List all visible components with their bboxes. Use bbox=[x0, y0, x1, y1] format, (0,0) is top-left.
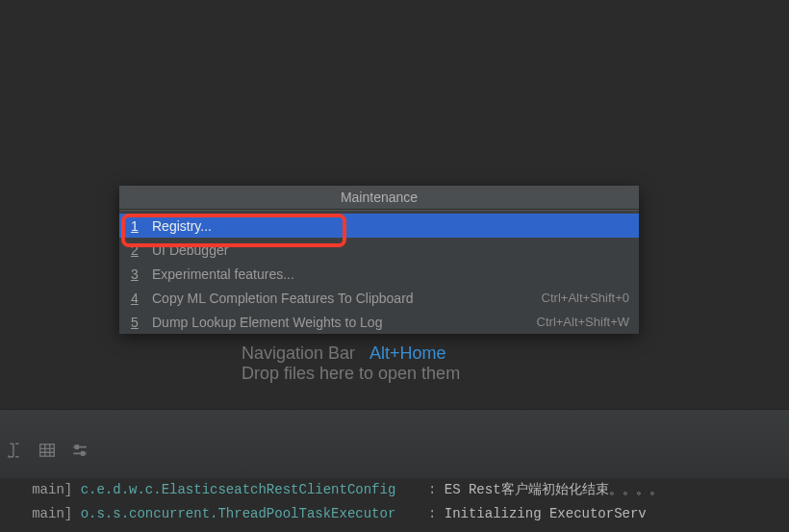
svg-rect-2 bbox=[82, 452, 85, 455]
menu-item-label: Dump Lookup Element Weights to Log bbox=[152, 315, 537, 330]
table-icon[interactable] bbox=[38, 442, 56, 459]
menu-item-shortcut: Ctrl+Alt+Shift+0 bbox=[542, 291, 629, 305]
log-thread: main] bbox=[32, 482, 72, 497]
bottom-toolbar bbox=[0, 409, 789, 478]
menu-item-label: UI Debugger bbox=[152, 242, 629, 258]
menu-item-label: Experimental features... bbox=[152, 266, 629, 282]
log-sep: : bbox=[428, 506, 436, 521]
maintenance-popup: Maintenance 1 Registry... 2 UI Debugger … bbox=[119, 186, 639, 334]
editor-area: Navigation Bar Alt+Home Drop files here … bbox=[0, 0, 789, 409]
menu-item-number: 5 bbox=[131, 315, 152, 330]
settings-sliders-icon[interactable] bbox=[71, 442, 89, 459]
menu-item-shortcut: Ctrl+Alt+Shift+W bbox=[537, 315, 629, 329]
drop-files-hint: Drop files here to open them bbox=[242, 364, 460, 384]
console-line: main] o.s.s.concurrent.ThreadPoolTaskExe… bbox=[8, 502, 789, 526]
log-thread: main] bbox=[32, 506, 72, 521]
menu-item-number: 1 bbox=[131, 218, 152, 234]
menu-item-copy-ml-completion[interactable]: 4 Copy ML Completion Features To Clipboa… bbox=[119, 286, 639, 310]
menu-item-label: Registry... bbox=[152, 218, 629, 234]
nav-hotkey: Alt+Home bbox=[369, 343, 446, 363]
svg-rect-1 bbox=[76, 445, 79, 448]
menu-item-number: 4 bbox=[131, 291, 152, 306]
log-message: ES Rest客户端初始化结束。。。。 bbox=[445, 482, 663, 497]
popup-title: Maintenance bbox=[119, 186, 639, 210]
navigation-bar-hint: Navigation Bar Alt+Home bbox=[242, 343, 446, 364]
text-cursor-icon[interactable] bbox=[6, 442, 23, 459]
log-logger: o.s.s.concurrent.ThreadPoolTaskExecutor bbox=[81, 506, 396, 521]
menu-item-registry[interactable]: 1 Registry... bbox=[119, 214, 639, 238]
log-sep: : bbox=[428, 482, 436, 497]
menu-item-number: 3 bbox=[131, 266, 152, 282]
menu-item-ui-debugger[interactable]: 2 UI Debugger bbox=[119, 238, 639, 262]
svg-rect-0 bbox=[40, 444, 55, 456]
menu-item-experimental-features[interactable]: 3 Experimental features... bbox=[119, 262, 639, 286]
menu-item-dump-lookup-weights[interactable]: 5 Dump Lookup Element Weights to Log Ctr… bbox=[119, 310, 639, 334]
console-output[interactable]: main] c.e.d.w.c.ElasticseatchRestClientC… bbox=[0, 478, 789, 532]
menu-item-label: Copy ML Completion Features To Clipboard bbox=[152, 291, 542, 306]
nav-label: Navigation Bar bbox=[242, 343, 355, 363]
log-message: Initializing ExecutorServ bbox=[445, 506, 647, 521]
log-logger: c.e.d.w.c.ElasticseatchRestClientConfig bbox=[81, 482, 396, 497]
menu-item-number: 2 bbox=[131, 242, 152, 258]
console-line: main] c.e.d.w.c.ElasticseatchRestClientC… bbox=[8, 478, 789, 502]
